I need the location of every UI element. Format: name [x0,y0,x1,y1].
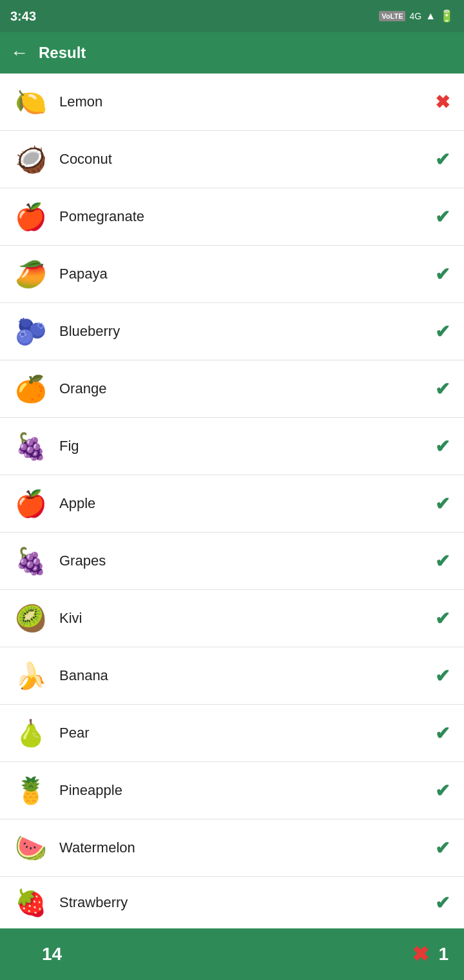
correct-check-icon: ✔ [430,723,454,744]
fruit-emoji: 🍓 [10,882,52,923]
fruit-emoji: 🍉 [10,827,52,868]
network-icon: 4G [409,11,421,21]
list-item: 🥥Coconut✔ [0,131,464,188]
fruit-name: Blueberry [59,323,430,340]
list-item: 🍓Strawberry✔ [0,877,464,928]
status-bar: 3:43 VoLTE 4G ▲ 🔋 [0,0,464,32]
fruit-name: Lemon [59,93,430,110]
fruit-name: Watermelon [59,839,430,856]
fruit-emoji: 🍍 [10,770,52,811]
fruit-emoji: 🥥 [10,139,52,180]
list-item: 🍇Grapes✔ [0,533,464,590]
correct-check-icon: ✔ [430,838,454,859]
status-time: 3:43 [10,9,36,24]
fruit-emoji: 🍇 [10,426,52,467]
fruit-emoji: 🍎 [10,483,52,524]
list-item: 🍍Pineapple✔ [0,762,464,819]
list-item: 🫐Blueberry✔ [0,303,464,360]
correct-count: 14 [42,944,62,965]
signal-icon: ▲ [425,10,436,22]
fruit-emoji: 🍇 [10,540,52,582]
correct-check-icon: ✔ [430,780,454,801]
fruit-name: Pineapple [59,782,430,799]
fruit-name: Strawberry [59,894,430,911]
battery-icon: 🔋 [440,9,454,23]
top-bar: ← Result [0,32,464,74]
score-bar: ✔ 14 ✖ 1 [0,928,464,980]
list-item: 🥭Papaya✔ [0,246,464,303]
page-title: Result [39,44,86,62]
correct-check-icon: ✔ [430,608,454,629]
wrong-icon: ✖ [412,942,429,966]
correct-icon: ✔ [15,942,33,966]
volte-icon: VoLTE [379,11,405,21]
fruit-emoji: 🍐 [10,712,52,754]
fruit-emoji: 🥝 [10,598,52,639]
list-item: 🍇Fig✔ [0,418,464,475]
wrong-cross-icon: ✖ [430,92,454,113]
correct-check-icon: ✔ [430,149,454,170]
correct-check-icon: ✔ [430,892,454,914]
list-item: 🍉Watermelon✔ [0,819,464,877]
correct-check-icon: ✔ [430,493,454,514]
list-item: 🥝Kivi✔ [0,590,464,647]
fruit-name: Papaya [59,266,430,282]
fruit-emoji: 🥭 [10,253,52,295]
correct-check-icon: ✔ [430,436,454,457]
list-item: 🍎Apple✔ [0,475,464,533]
fruit-name: Pomegranate [59,208,430,225]
fruit-name: Kivi [59,610,430,627]
list-item: 🍌Banana✔ [0,647,464,705]
wrong-count: 1 [438,944,449,965]
correct-check-icon: ✔ [430,665,454,687]
correct-check-icon: ✔ [430,378,454,400]
list-item: 🍋Lemon✖ [0,74,464,131]
back-button[interactable]: ← [10,43,28,63]
fruit-list: 🍋Lemon✖🥥Coconut✔🍎Pomegranate✔🥭Papaya✔🫐Bl… [0,74,464,928]
status-icons: VoLTE 4G ▲ 🔋 [379,9,454,23]
fruit-name: Apple [59,495,430,512]
fruit-emoji: 🫐 [10,311,52,352]
correct-check-icon: ✔ [430,206,454,228]
list-item: 🍎Pomegranate✔ [0,188,464,246]
fruit-name: Banana [59,667,430,684]
fruit-name: Fig [59,438,430,455]
correct-check-icon: ✔ [430,551,454,572]
fruit-emoji: 🍌 [10,655,52,696]
fruit-emoji: 🍊 [10,368,52,409]
fruit-name: Pear [59,725,430,741]
fruit-emoji: 🍋 [10,81,52,122]
list-item: 🍊Orange✔ [0,360,464,418]
fruit-name: Coconut [59,151,430,168]
wrong-score: ✖ 1 [412,942,449,966]
fruit-emoji: 🍎 [10,196,52,237]
list-item: 🍐Pear✔ [0,705,464,762]
correct-check-icon: ✔ [430,321,454,342]
correct-check-icon: ✔ [430,264,454,285]
correct-score: ✔ 14 [15,942,62,966]
fruit-name: Orange [59,380,430,397]
fruit-name: Grapes [59,553,430,569]
